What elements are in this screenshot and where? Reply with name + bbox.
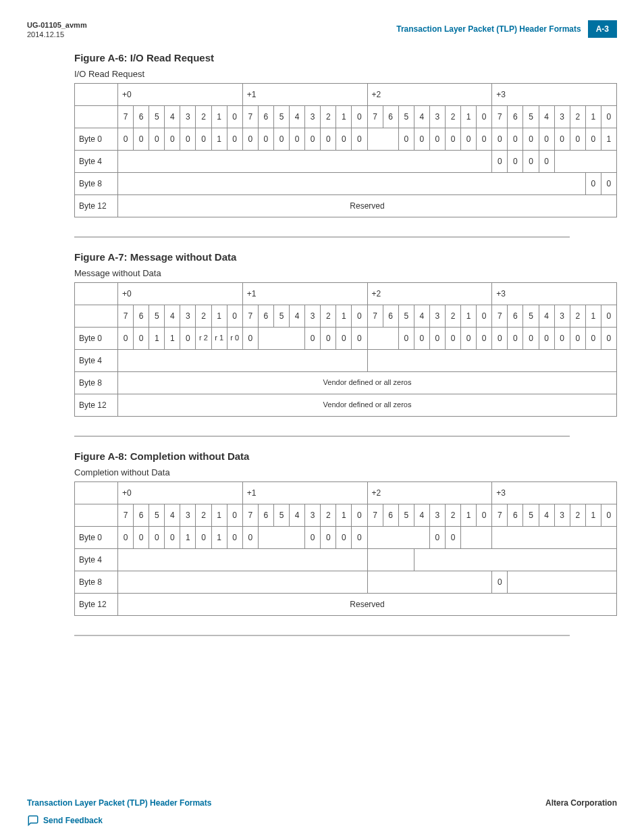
table-a8: +0+1+2+376543210765432107654321076543210…	[74, 481, 617, 616]
figure-a7-subtitle: Message without Data	[27, 268, 617, 278]
page-header: UG-01105_avmm 2014.12.15 Transaction Lay…	[27, 20, 617, 40]
divider	[74, 436, 570, 437]
divider	[74, 635, 570, 636]
footer-corp: Altera Corporation	[545, 798, 617, 808]
figure-a8-subtitle: Completion without Data	[27, 467, 617, 477]
feedback-icon	[27, 814, 39, 827]
figure-a8-title: Figure A-8: Completion without Data	[27, 450, 617, 462]
doc-date: 2014.12.15	[27, 30, 64, 38]
page-footer: Transaction Layer Packet (TLP) Header Fo…	[27, 798, 617, 808]
divider	[74, 236, 570, 238]
figure-a6-title: Figure A-6: I/O Read Request	[27, 52, 617, 63]
page-number: A-3	[588, 20, 617, 38]
figure-a6-subtitle: I/O Read Request	[27, 69, 617, 79]
table-a6: +0+1+2+376543210765432107654321076543210…	[74, 83, 617, 217]
send-feedback[interactable]: Send Feedback	[27, 814, 617, 827]
figure-a7-title: Figure A-7: Message without Data	[27, 251, 617, 263]
section-title-link[interactable]: Transaction Layer Packet (TLP) Header Fo…	[396, 24, 581, 34]
table-a7: +0+1+2+376543210765432107654321076543210…	[74, 282, 617, 417]
doc-id-text: UG-01105_avmm	[27, 21, 87, 29]
doc-id: UG-01105_avmm 2014.12.15	[27, 20, 87, 40]
header-right: Transaction Layer Packet (TLP) Header Fo…	[396, 20, 617, 38]
footer-section-link[interactable]: Transaction Layer Packet (TLP) Header Fo…	[27, 798, 211, 808]
feedback-label: Send Feedback	[43, 816, 103, 825]
